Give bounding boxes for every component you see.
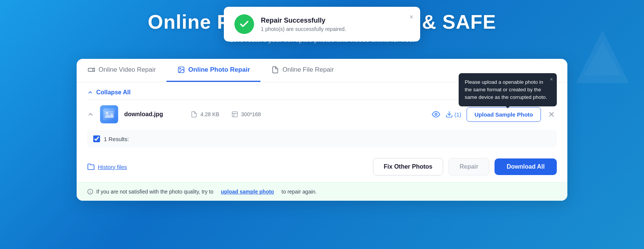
toast-overlay: Repair Successfully 1 photo(s) are succe… <box>224 7 420 42</box>
tab-file-label: Online File Repair <box>282 66 334 74</box>
main-card: Online Video Repair Online Photo Repair … <box>77 59 567 201</box>
history-files-link[interactable]: History files <box>87 163 368 171</box>
folder-icon <box>87 163 95 171</box>
fix-other-photos-button[interactable]: Fix Other Photos <box>373 158 444 175</box>
tooltip-box: × Please upload a openable photo in the … <box>459 73 557 107</box>
collapse-icon <box>87 89 93 95</box>
file-dimensions-item: 300*168 <box>231 111 261 118</box>
repair-button[interactable]: Repair <box>448 158 489 175</box>
svg-point-4 <box>180 68 181 69</box>
toast-close-button[interactable]: × <box>408 12 415 22</box>
dimensions-icon <box>231 111 238 118</box>
download-all-button[interactable]: Download All <box>495 158 557 175</box>
photo-tab-icon <box>177 66 185 74</box>
info-upload-link[interactable]: upload sample photo <box>221 189 274 195</box>
download-count[interactable]: (1) <box>445 111 461 118</box>
success-icon <box>234 14 254 34</box>
tab-file[interactable]: Online File Repair <box>260 59 344 82</box>
file-name: download.jpg <box>124 111 185 118</box>
file-tab-icon <box>271 66 279 74</box>
file-thumbnail <box>100 105 118 123</box>
results-label: 1 Results: <box>104 136 129 142</box>
tooltip-text: Please upload a openable photo in the sa… <box>465 79 547 100</box>
file-meta: 4.28 KB 300*168 <box>191 111 426 118</box>
info-text-before: If you are not satisfied with the photo … <box>96 189 213 195</box>
tooltip-close-button[interactable]: × <box>549 75 554 83</box>
video-tab-icon <box>87 66 96 74</box>
tab-photo[interactable]: Online Photo Repair <box>166 59 260 82</box>
results-checkbox[interactable] <box>93 135 100 142</box>
success-toast: Repair Successfully 1 photo(s) are succe… <box>224 7 420 42</box>
info-text-after: to repair again. <box>282 189 317 195</box>
toast-content: Repair Successfully 1 photo(s) are succe… <box>261 17 410 32</box>
content-area: Collapse All <box>77 82 567 182</box>
svg-point-7 <box>106 112 108 114</box>
svg-point-9 <box>435 113 437 115</box>
file-dimensions: 300*168 <box>241 111 261 117</box>
svg-rect-2 <box>88 68 93 71</box>
download-icon <box>445 111 453 118</box>
footer-actions: History files Fix Other Photos Repair Do… <box>87 153 557 182</box>
file-size-item: 4.28 KB <box>191 111 219 118</box>
tab-photo-label: Online Photo Repair <box>188 66 250 74</box>
file-chevron-icon[interactable] <box>87 111 94 118</box>
svg-rect-8 <box>232 112 237 117</box>
tab-video-label: Online Video Repair <box>99 66 156 74</box>
tab-video[interactable]: Online Video Repair <box>77 59 166 82</box>
toast-title: Repair Successfully <box>261 17 410 25</box>
download-count-label: (1) <box>454 111 461 118</box>
info-icon <box>87 189 93 195</box>
upload-sample-button[interactable]: Upload Sample Photo <box>467 107 541 122</box>
info-bar: If you are not satisfied with the photo … <box>77 182 567 201</box>
preview-icon[interactable] <box>432 110 440 118</box>
file-row: download.jpg 4.28 KB 300*168 <box>87 100 557 129</box>
file-size-icon <box>191 111 197 118</box>
results-row: 1 Results: <box>87 130 557 148</box>
collapse-label: Collapse All <box>96 89 131 96</box>
toast-subtitle: 1 photo(s) are successfully repaired. <box>261 26 410 32</box>
file-close-button[interactable] <box>546 109 557 120</box>
file-actions: (1) Upload Sample Photo × Please upload … <box>432 107 557 122</box>
file-size: 4.28 KB <box>200 111 219 117</box>
history-files-label: History files <box>98 164 127 170</box>
